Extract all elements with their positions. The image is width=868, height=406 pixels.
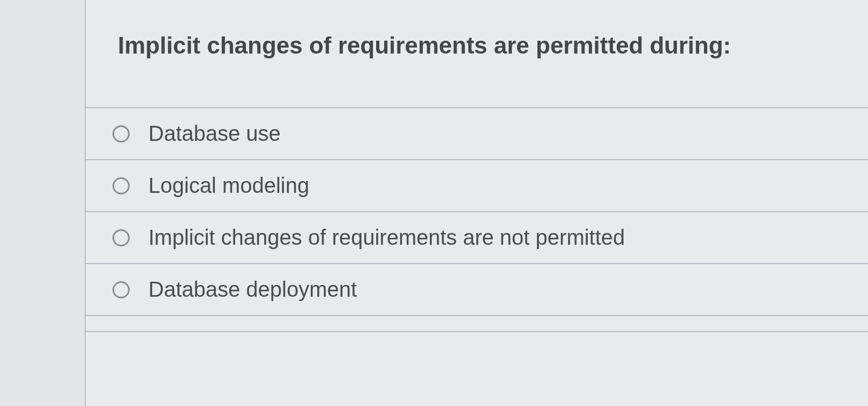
- question-text: Implicit changes of requirements are per…: [118, 32, 847, 59]
- option-row[interactable]: Database deployment: [86, 264, 868, 316]
- options-list: Database use Logical modeling Implicit c…: [86, 107, 868, 316]
- content-area: Implicit changes of requirements are per…: [86, 0, 868, 406]
- question-section: Implicit changes of requirements are per…: [86, 0, 868, 107]
- radio-icon[interactable]: [113, 125, 130, 142]
- option-label: Database use: [148, 122, 281, 146]
- left-margin: [0, 0, 86, 406]
- option-row[interactable]: Database use: [86, 108, 868, 160]
- option-label: Implicit changes of requirements are not…: [148, 225, 625, 250]
- bottom-spacer: [86, 316, 868, 332]
- option-label: Database deployment: [148, 277, 357, 302]
- option-label: Logical modeling: [148, 174, 309, 198]
- radio-icon[interactable]: [113, 177, 130, 194]
- radio-icon[interactable]: [113, 229, 130, 246]
- option-row[interactable]: Implicit changes of requirements are not…: [86, 212, 868, 264]
- option-row[interactable]: Logical modeling: [86, 160, 868, 212]
- radio-icon[interactable]: [113, 281, 130, 298]
- quiz-container: Implicit changes of requirements are per…: [0, 0, 868, 406]
